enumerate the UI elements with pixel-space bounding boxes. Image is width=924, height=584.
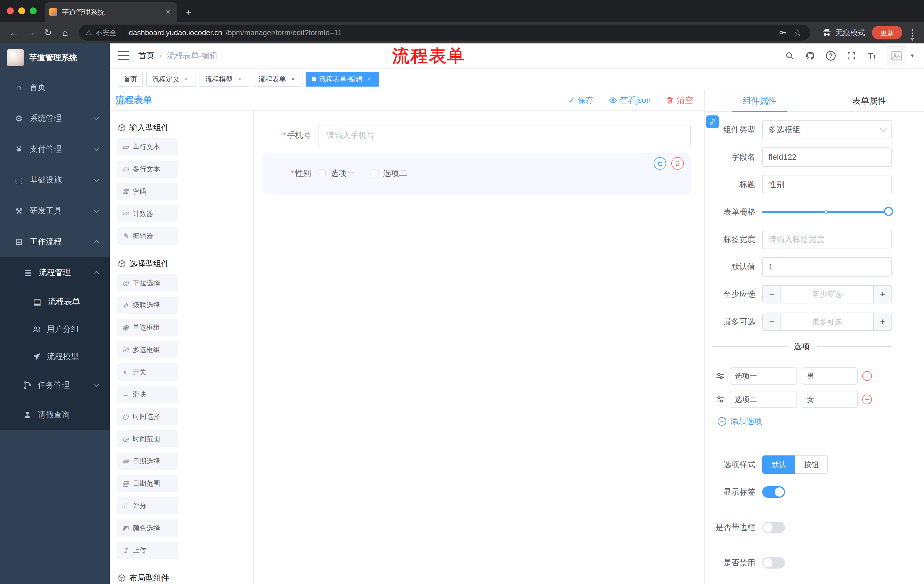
remove-option-icon[interactable]: − [862, 395, 872, 404]
palette-chip-multi-text[interactable]: ▤多行文本 [117, 161, 178, 178]
tag-close-icon[interactable]: × [182, 75, 190, 83]
checkbox-icon[interactable] [371, 169, 378, 178]
drag-handle-icon[interactable] [715, 371, 725, 381]
remove-option-icon[interactable]: − [862, 371, 872, 381]
back-icon[interactable]: ← [6, 25, 22, 41]
sidebar-item-process-mgmt[interactable]: ≣ 流程管理 [0, 257, 110, 288]
phone-field-row[interactable]: *手机号 [262, 125, 691, 146]
sidebar-item-devtools[interactable]: ⚒ 研发工具 [0, 196, 110, 226]
palette-chip-password[interactable]: ⊠密码 [117, 183, 178, 200]
default-value-input[interactable] [762, 257, 892, 276]
selected-widget-gender[interactable]: *性别 选项一 选项二 [262, 153, 691, 194]
form-grid-slider[interactable] [762, 202, 892, 222]
tab-component-props[interactable]: 组件属性 [705, 90, 815, 112]
palette-chip-rate[interactable]: ☆评分 [117, 497, 178, 514]
palette-chip-select[interactable]: ◎下拉选择 [117, 274, 178, 291]
sidebar-item-payment[interactable]: ¥ 支付管理 [0, 134, 110, 165]
palette-chip-cascader[interactable]: ⋔级联选择 [117, 296, 178, 314]
min-select-value[interactable]: 至少应选 [781, 286, 873, 303]
update-caret-icon[interactable]: ▼ [910, 36, 915, 43]
option2-value-input[interactable] [802, 391, 858, 408]
show-label-toggle[interactable] [762, 486, 785, 498]
field-name-input[interactable] [762, 147, 892, 167]
option1-label-input[interactable] [729, 367, 797, 385]
update-button[interactable]: 更新 [872, 26, 902, 39]
tag-home[interactable]: 首页 [118, 72, 143, 87]
slider-handle[interactable] [884, 207, 893, 216]
browser-menu-icon[interactable]: ⋮ [907, 28, 918, 38]
tag-process-definition[interactable]: 流程定义 × [146, 72, 196, 87]
add-option-button[interactable]: + 添加选项 [718, 416, 892, 427]
bookmark-star-icon[interactable]: ☆ [792, 27, 804, 38]
sidebar-item-process-form[interactable]: ▤ 流程表单 [0, 288, 110, 316]
palette-chip-date-picker[interactable]: ▦日期选择 [117, 452, 178, 470]
option2-label-input[interactable] [729, 391, 797, 408]
help-icon[interactable]: ? [824, 49, 838, 63]
palette-chip-single-text[interactable]: ▭单行文本 [117, 138, 178, 155]
zoom-window-button[interactable] [30, 7, 36, 14]
tag-process-model[interactable]: 流程模型 × [200, 72, 249, 87]
drawing-canvas[interactable]: *手机号 [254, 111, 705, 584]
fullscreen-icon[interactable] [845, 49, 858, 63]
palette-chip-editor[interactable]: ✎编辑器 [117, 227, 178, 245]
breadcrumb-home[interactable]: 首页 [139, 50, 154, 61]
drag-handle-icon[interactable] [715, 395, 725, 404]
view-json-button[interactable]: 查看json [609, 95, 651, 106]
sidebar-item-process-model[interactable]: 流程模型 [0, 343, 110, 370]
browser-tab[interactable]: 芋道管理系统 × [45, 2, 177, 22]
disabled-toggle[interactable] [762, 557, 785, 569]
style-button-button[interactable]: 按钮 [795, 456, 828, 474]
url-bar[interactable]: ⚠ 不安全 dashboard.yudao.iocoder.cn /bpm/ma… [79, 25, 810, 41]
border-toggle[interactable] [762, 522, 785, 533]
hamburger-icon[interactable] [118, 51, 129, 60]
reload-icon[interactable]: ↻ [40, 25, 56, 41]
link-badge[interactable] [706, 115, 719, 128]
password-key-icon[interactable] [777, 27, 789, 38]
component-type-select[interactable]: 多选框组 [762, 120, 892, 140]
sidebar-logo[interactable]: 芋道管理系统 [0, 43, 110, 72]
palette-chip-radio-group[interactable]: ◉单选框组 [117, 319, 178, 336]
palette-chip-counter[interactable]: 123计数器 [117, 205, 178, 222]
gender-option-2[interactable]: 选项二 [371, 168, 407, 179]
sidebar-item-system[interactable]: ⚙ 系统管理 [0, 103, 110, 134]
tag-process-form[interactable]: 流程表单 × [253, 72, 302, 87]
tab-form-props[interactable]: 表单属性 [815, 90, 924, 112]
font-size-icon[interactable]: TT [865, 49, 879, 63]
copy-widget-button[interactable] [653, 157, 666, 170]
tag-close-icon[interactable]: × [236, 75, 244, 83]
palette-chip-color-picker[interactable]: ◩颜色选择 [117, 520, 178, 536]
clear-button[interactable]: 清空 [665, 95, 693, 106]
tag-close-icon[interactable]: × [289, 75, 297, 83]
palette-chip-date-range[interactable]: ▥日期范围 [117, 475, 178, 492]
avatar-caret-icon[interactable]: ▼ [910, 53, 915, 59]
gender-option-1[interactable]: 选项一 [318, 168, 355, 179]
max-select-value[interactable]: 最多可选 [781, 313, 873, 330]
forward-icon[interactable]: → [23, 25, 39, 41]
phone-input[interactable] [318, 125, 691, 146]
sidebar-item-user-group[interactable]: 用户分组 [0, 316, 110, 343]
label-width-input[interactable] [762, 230, 892, 249]
sidebar-item-workflow[interactable]: ⊞ 工作流程 [0, 226, 110, 257]
new-tab-button[interactable]: + [181, 4, 197, 20]
palette-chip-time-range[interactable]: ◶时间范围 [117, 430, 178, 447]
close-window-button[interactable] [7, 7, 14, 14]
sidebar-item-home[interactable]: ⌂ 首页 [0, 72, 110, 103]
home-icon[interactable]: ⌂ [57, 25, 73, 41]
title-input[interactable] [762, 175, 892, 194]
checkbox-icon[interactable] [318, 169, 326, 178]
plus-button[interactable]: + [873, 313, 891, 330]
plus-button[interactable]: + [873, 286, 891, 303]
tag-close-icon[interactable]: × [365, 75, 373, 83]
minimize-window-button[interactable] [18, 7, 25, 14]
sidebar-item-leave-query[interactable]: 请假查询 [0, 400, 110, 430]
save-button[interactable]: ✓ 保存 [568, 95, 594, 106]
palette-chip-upload[interactable]: ↥上传 [117, 542, 178, 559]
tag-process-form-edit[interactable]: 流程表单-编辑 × [306, 72, 379, 87]
sidebar-item-infra[interactable]: ▢ 基础设施 [0, 165, 110, 196]
delete-widget-button[interactable] [671, 157, 684, 170]
palette-chip-time-picker[interactable]: ◷时间选择 [117, 408, 178, 425]
palette-chip-checkbox-group[interactable]: ☑多选框组 [117, 341, 178, 358]
search-icon[interactable] [783, 49, 797, 63]
palette-chip-switch[interactable]: ◐开关 [117, 364, 178, 380]
minus-button[interactable]: − [763, 313, 781, 330]
